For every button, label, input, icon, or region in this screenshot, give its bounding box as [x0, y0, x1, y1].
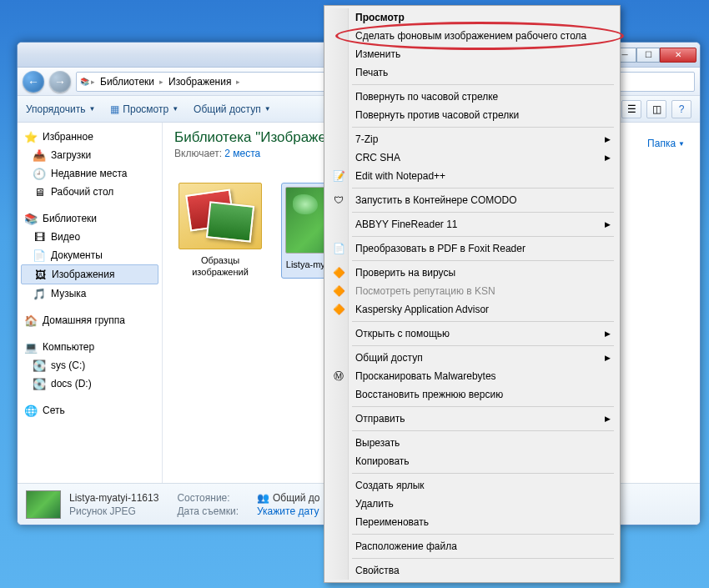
- sidebar-item-desktop[interactable]: 🖥Рабочий стол: [18, 183, 162, 201]
- context-menu-item[interactable]: Восстановить прежнюю версию: [327, 385, 617, 404]
- details-date-value[interactable]: Укажите дату: [257, 505, 320, 517]
- context-menu-item-icon: 📄: [332, 242, 345, 255]
- context-menu-item[interactable]: 7-Zip▶: [327, 130, 617, 148]
- library-locations-link[interactable]: 2 места: [224, 148, 260, 159]
- context-menu-item-label: Общий доступ: [355, 352, 423, 364]
- context-menu-item[interactable]: 📄Преобразовать в PDF в Foxit Reader: [327, 239, 617, 258]
- context-menu-item-icon: 📝: [332, 169, 345, 183]
- context-menu-item-label: CRC SHA: [355, 152, 400, 163]
- context-menu-item-label: 7-Zip: [355, 133, 378, 145]
- context-menu-item[interactable]: 🔶Проверить на вирусы: [327, 264, 617, 282]
- context-menu-item-label: Запустить в Контейнере COMODO: [355, 194, 517, 206]
- sidebar-item-documents[interactable]: 📄Документы: [18, 246, 162, 264]
- context-menu-item[interactable]: 🛡Запустить в Контейнере COMODO: [327, 191, 617, 209]
- view-options-button[interactable]: ☰: [621, 100, 641, 118]
- back-button[interactable]: ←: [23, 71, 44, 93]
- sidebar-computer-header[interactable]: 💻Компьютер: [18, 338, 162, 356]
- context-menu-item[interactable]: Переименовать: [327, 513, 617, 531]
- context-menu-item[interactable]: Общий доступ▶: [327, 349, 617, 367]
- context-menu-item-label: Открыть с помощью: [355, 328, 450, 339]
- context-menu-item-icon: 🛡: [332, 193, 345, 207]
- details-filename: Listya-myatyi-11613: [69, 492, 158, 504]
- context-menu-item-label: Edit with Notepad++: [355, 170, 445, 182]
- context-menu-item[interactable]: CRC SHA▶: [327, 148, 617, 167]
- organize-menu[interactable]: Упорядочить▼: [26, 103, 95, 115]
- context-menu-separator: [352, 534, 614, 535]
- help-button[interactable]: ?: [671, 100, 691, 118]
- context-menu-item[interactable]: Изменить: [327, 45, 617, 63]
- context-menu-item-icon: 🔶: [332, 266, 345, 279]
- context-menu-item[interactable]: 🔶Kaspersky Application Advisor: [327, 300, 617, 319]
- sidebar-favorites-header[interactable]: ⭐Избранное: [18, 128, 162, 146]
- thumb-label: Образцы изображений: [174, 254, 266, 279]
- context-menu-item[interactable]: Отправить▶: [327, 410, 617, 428]
- context-menu-separator: [352, 84, 614, 85]
- folder-thumb-samples[interactable]: Образцы изображений: [174, 183, 266, 279]
- maximize-button[interactable]: ☐: [636, 48, 660, 63]
- context-menu-item[interactable]: Создать ярлык: [327, 476, 617, 495]
- context-menu-separator: [352, 260, 614, 261]
- context-menu-item[interactable]: Удалить: [327, 495, 617, 513]
- folder-icon: [179, 183, 262, 249]
- context-menu-separator: [352, 430, 614, 431]
- context-menu-item[interactable]: 📝Edit with Notepad++: [327, 167, 617, 185]
- context-menu-item-icon: Ⓜ: [332, 369, 345, 383]
- preview-menu[interactable]: ▦ Просмотр▼: [110, 103, 179, 115]
- context-menu-item[interactable]: Расположение файла: [327, 537, 617, 555]
- sidebar-network-header[interactable]: 🌐Сеть: [18, 401, 162, 420]
- sidebar-homegroup-header[interactable]: 🏠Домашняя группа: [18, 311, 162, 329]
- sidebar-libraries-header[interactable]: 📚Библиотеки: [18, 209, 162, 228]
- sidebar-item-video[interactable]: 🎞Видео: [18, 228, 162, 246]
- context-menu-item[interactable]: Сделать фоновым изображением рабочего ст…: [327, 27, 617, 45]
- context-menu-item[interactable]: ⓂПросканировать Malwarebytes: [327, 367, 617, 385]
- context-menu-item[interactable]: Просмотр: [327, 8, 617, 27]
- submenu-arrow-icon: ▶: [605, 415, 611, 423]
- context-menu-item[interactable]: Повернуть по часовой стрелке: [327, 88, 617, 106]
- context-menu-item-label: Повернуть по часовой стрелке: [355, 91, 498, 103]
- context-menu-item[interactable]: Копировать: [327, 452, 617, 470]
- context-menu-item-label: Создать ярлык: [355, 480, 425, 491]
- context-menu-item-label: Печать: [355, 67, 388, 78]
- close-button[interactable]: ✕: [660, 48, 696, 63]
- context-menu-separator: [352, 558, 614, 559]
- forward-button[interactable]: →: [49, 71, 71, 93]
- details-date-label: Дата съемки:: [177, 505, 239, 517]
- context-menu-item-label: ABBYY FineReader 11: [355, 219, 458, 230]
- context-menu: ПросмотрСделать фоновым изображением раб…: [324, 5, 621, 583]
- sidebar-item-images[interactable]: 🖼Изображения: [21, 264, 158, 284]
- context-menu-item-label: Восстановить прежнюю версию: [355, 389, 503, 400]
- context-menu-separator: [352, 236, 614, 237]
- context-menu-item-label: Преобразовать в PDF в Foxit Reader: [355, 243, 525, 254]
- sidebar-item-downloads[interactable]: 📥Загрузки: [18, 146, 162, 164]
- context-menu-item[interactable]: Повернуть против часовой стрелки: [327, 106, 617, 124]
- sidebar-item-recent[interactable]: 🕘Недавние места: [18, 164, 162, 183]
- context-menu-item-label: Изменить: [355, 48, 400, 60]
- context-menu-item[interactable]: ABBYY FineReader 11▶: [327, 215, 617, 234]
- submenu-arrow-icon: ▶: [605, 153, 611, 162]
- context-menu-separator: [352, 127, 614, 128]
- context-menu-separator: [352, 321, 614, 322]
- sidebar-item-docs-d[interactable]: 💽docs (D:): [18, 374, 162, 393]
- breadcrumb-sub[interactable]: Изображения: [165, 76, 234, 88]
- context-menu-item[interactable]: Вырезать: [327, 434, 617, 452]
- context-menu-item-label: Просканировать Malwarebytes: [355, 370, 496, 382]
- context-menu-item[interactable]: Открыть с помощью▶: [327, 324, 617, 343]
- context-menu-item-label: Переименовать: [355, 516, 429, 528]
- breadcrumb-root[interactable]: Библиотеки: [97, 76, 158, 88]
- context-menu-item[interactable]: Свойства: [327, 561, 617, 580]
- context-menu-item-label: Вырезать: [355, 437, 400, 449]
- context-menu-item-label: Посмотреть репутацию в KSN: [355, 285, 495, 297]
- context-menu-separator: [352, 212, 614, 213]
- share-menu[interactable]: Общий доступ▼: [194, 103, 271, 115]
- context-menu-item-label: Сделать фоновым изображением рабочего ст…: [355, 30, 586, 42]
- sidebar-item-music[interactable]: 🎵Музыка: [18, 284, 162, 303]
- arrange-by-menu[interactable]: Папка ▼: [647, 138, 685, 149]
- context-menu-item-label: Просмотр: [355, 12, 405, 23]
- details-state-label: Состояние:: [177, 492, 239, 504]
- context-menu-item-label: Kaspersky Application Advisor: [355, 304, 489, 315]
- context-menu-item[interactable]: Печать: [327, 63, 617, 82]
- context-menu-separator: [352, 406, 614, 407]
- sidebar-item-sys-c[interactable]: 💽sys (C:): [18, 356, 162, 374]
- context-menu-item-label: Копировать: [355, 455, 410, 467]
- preview-pane-button[interactable]: ◫: [646, 100, 666, 118]
